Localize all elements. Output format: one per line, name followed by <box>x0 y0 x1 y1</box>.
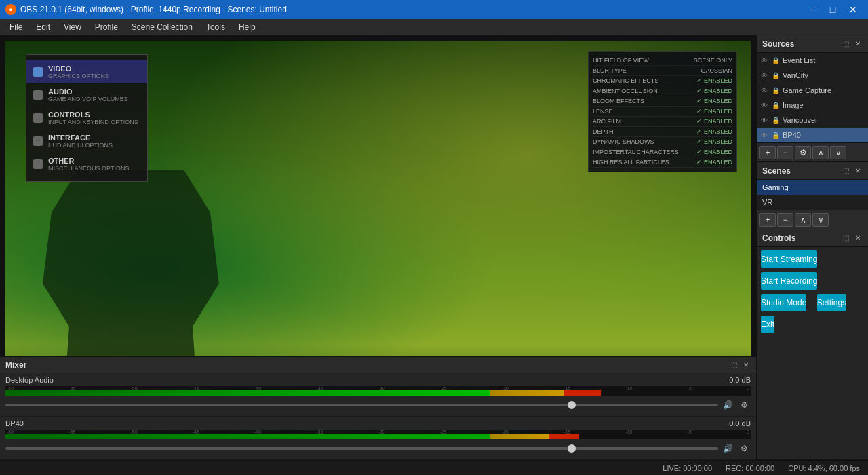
mute-button[interactable]: 🔊 <box>721 398 734 412</box>
channel-db: 0.0 dB <box>729 419 751 428</box>
scene-name: VR <box>762 198 772 206</box>
sources-panel-header: Sources ⬚ ✕ <box>757 35 868 53</box>
volume-slider[interactable] <box>5 404 718 406</box>
mixer-channel-header: Desktop Audio 0.0 dB <box>5 376 751 384</box>
other-sub: MISCELLANEOUS OPTIONS <box>48 165 130 172</box>
menu-edit[interactable]: Edit <box>29 21 57 33</box>
controls-icon <box>33 113 43 123</box>
interface-icon <box>33 136 43 146</box>
audio-icon <box>33 90 43 100</box>
mixer-expand-icon[interactable]: ⬚ <box>729 360 738 370</box>
menu-scene-collection[interactable]: Scene Collection <box>125 21 199 33</box>
controls-expand-icon[interactable]: ⬚ <box>841 233 850 243</box>
mixer-section: Mixer ⬚ ✕ Desktop Audio 0.0 dB -60 -55 -… <box>0 356 756 460</box>
audio-settings-button[interactable]: ⚙ <box>737 398 751 412</box>
overlay-row: AMBIENT OCCLUSION✓ ENABLED <box>593 86 732 96</box>
source-move-down-button[interactable]: ∨ <box>830 146 846 159</box>
menubar: File Edit View Profile Scene Collection … <box>0 19 868 35</box>
titlebar: ● OBS 21.0.1 (64bit, windows) - Profile:… <box>0 0 868 19</box>
source-item-bp40[interactable]: 👁 🔒 BP40 <box>757 128 868 142</box>
scene-move-down-button[interactable]: ∨ <box>812 213 829 227</box>
mixer-meter: -60 -55 -50 -45 -40 -35 -30 -25 -20 -15 … <box>5 386 751 396</box>
lock-icon: 🔒 <box>772 132 780 139</box>
sources-close-icon[interactable]: ✕ <box>853 39 863 49</box>
source-name: Event List <box>783 56 864 64</box>
right-sidebar: Sources ⬚ ✕ 👁 🔒 Event List 👁 🔒 VanCity <box>756 35 868 460</box>
minimize-button[interactable]: ─ <box>803 3 822 16</box>
source-add-button[interactable]: + <box>760 146 776 159</box>
source-item-vancity[interactable]: 👁 🔒 VanCity <box>757 68 868 83</box>
studio-mode-button[interactable]: Studio Mode <box>761 294 806 311</box>
scene-name: Gaming <box>762 183 789 191</box>
channel-name: BP40 <box>5 419 24 428</box>
mixer-close-icon[interactable]: ✕ <box>741 360 751 370</box>
controls-panel-header: Controls ⬚ ✕ <box>757 229 868 247</box>
start-recording-button[interactable]: Start Recording <box>761 272 817 290</box>
volume-slider[interactable] <box>5 447 718 450</box>
scenes-close-icon[interactable]: ✕ <box>853 166 863 176</box>
mute-button[interactable]: 🔊 <box>721 442 734 455</box>
settings-item-video[interactable]: VIDEO GRAPHICS OPTIONS <box>26 60 147 83</box>
source-item-event-list[interactable]: 👁 🔒 Event List <box>757 53 868 68</box>
menu-file[interactable]: File <box>3 21 29 33</box>
volume-slider-thumb <box>568 401 576 409</box>
overlay-row: BLUR TYPEGAUSSIAN <box>593 66 732 76</box>
controls-panel: Controls ⬚ ✕ Start Streaming Start Recor… <box>757 229 868 460</box>
menu-view[interactable]: View <box>57 21 88 33</box>
menu-profile[interactable]: Profile <box>88 21 125 33</box>
maximize-button[interactable]: □ <box>823 3 842 16</box>
other-icon <box>33 159 43 169</box>
sources-expand-icon[interactable]: ⬚ <box>841 39 850 49</box>
mixer-title: Mixer <box>5 360 26 370</box>
overlay-row: IMPOSTERTAL CHARACTERS✓ ENABLED <box>593 147 732 157</box>
controls-panel-icons: ⬚ ✕ <box>841 233 863 243</box>
scene-item-gaming[interactable]: Gaming <box>757 180 868 195</box>
menu-tools[interactable]: Tools <box>199 21 232 33</box>
titlebar-title: OBS 21.0.1 (64bit, windows) - Profile: 1… <box>20 5 287 14</box>
controls-close-icon[interactable]: ✕ <box>853 233 863 243</box>
visibility-icon: 👁 <box>761 117 769 124</box>
titlebar-left: ● OBS 21.0.1 (64bit, windows) - Profile:… <box>5 4 287 15</box>
video-sub: GRAPHICS OPTIONS <box>48 73 109 79</box>
source-item-game-capture[interactable]: 👁 🔒 Game Capture <box>757 83 868 98</box>
channel-db: 0.0 dB <box>729 376 751 384</box>
scene-add-button[interactable]: + <box>760 213 776 227</box>
start-streaming-button[interactable]: Start Streaming <box>761 250 817 268</box>
settings-item-controls[interactable]: CONTROLS INPUT AND KEYBIND OPTIONS <box>26 107 147 130</box>
mixer-channel-header: BP40 0.0 dB <box>5 419 751 428</box>
settings-button[interactable]: Settings <box>817 294 846 311</box>
mixer-controls: 🔊 ⚙ <box>5 398 751 412</box>
visibility-icon: 👁 <box>761 72 769 79</box>
menu-help[interactable]: Help <box>232 21 262 33</box>
lock-icon: 🔒 <box>772 72 780 79</box>
mixer-meter: -60 -55 -50 -45 -40 -35 -30 -25 -20 -15 … <box>5 430 751 439</box>
scenes-expand-icon[interactable]: ⬚ <box>841 166 850 176</box>
scene-remove-button[interactable]: − <box>777 213 793 227</box>
source-item-image[interactable]: 👁 🔒 Image <box>757 98 868 113</box>
scene-move-up-button[interactable]: ∧ <box>795 213 811 227</box>
settings-item-audio[interactable]: AUDIO GAME AND VOIP VOLUMES <box>26 83 147 107</box>
source-item-vancouver[interactable]: 👁 🔒 Vancouver <box>757 113 868 128</box>
source-name: BP40 <box>783 131 864 139</box>
audio-settings-button[interactable]: ⚙ <box>737 442 751 455</box>
exit-button[interactable]: Exit <box>761 316 774 333</box>
video-icon <box>33 67 43 77</box>
scene-item-vr[interactable]: VR <box>757 195 868 210</box>
other-title: OTHER <box>48 157 130 165</box>
source-remove-button[interactable]: − <box>777 146 793 159</box>
mixer-channel-desktop-audio: Desktop Audio 0.0 dB -60 -55 -50 -45 -40… <box>0 373 756 417</box>
overlay-row: CHROMATIC EFFECTS✓ ENABLED <box>593 76 732 86</box>
settings-item-other[interactable]: OTHER MISCELLANEOUS OPTIONS <box>26 153 147 176</box>
settings-item-interface[interactable]: INTERFACE HUD AND UI OPTIONS <box>26 130 147 153</box>
interface-sub: HUD AND UI OPTIONS <box>48 142 113 149</box>
overlay-row: LENSE✓ ENABLED <box>593 107 732 117</box>
source-settings-button[interactable]: ⚙ <box>795 146 811 159</box>
controls-title: Controls <box>762 233 795 243</box>
obs-icon: ● <box>5 4 16 15</box>
source-move-up-button[interactable]: ∧ <box>812 146 829 159</box>
controls-buttons: Start Streaming Start Recording Studio M… <box>757 247 868 337</box>
close-button[interactable]: ✕ <box>844 3 863 16</box>
lock-icon: 🔒 <box>772 117 780 124</box>
rec-status: REC: 00:00:00 <box>726 464 774 472</box>
sources-panel-icons: ⬚ ✕ <box>841 39 863 49</box>
